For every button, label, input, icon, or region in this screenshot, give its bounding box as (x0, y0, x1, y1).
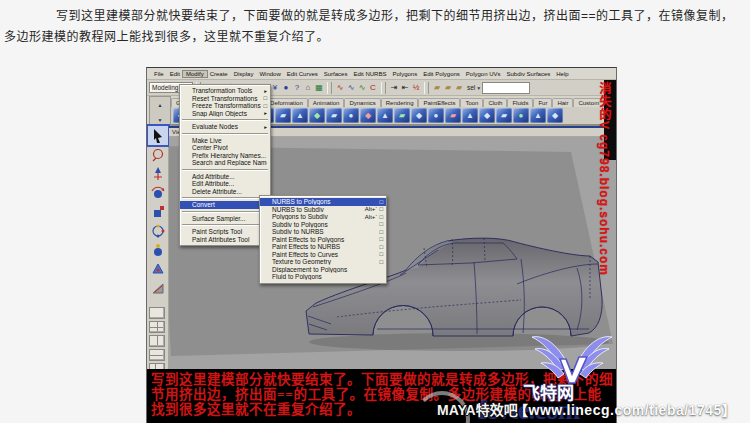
menu-file[interactable]: File (151, 71, 167, 77)
shelf-tab-up-icon[interactable]: ▲ (158, 102, 163, 108)
shelf-tab-down-icon[interactable]: ▼ (158, 117, 163, 123)
menu-item-convert[interactable]: Convert▸ (180, 201, 270, 209)
option-box-icon[interactable]: □ (379, 214, 383, 220)
universal-manipulator-tool[interactable] (148, 221, 168, 240)
shelf-item-icon[interactable] (326, 108, 342, 123)
shelf-item-icon[interactable] (394, 108, 410, 123)
menu-subdiv-surfaces[interactable]: Subdiv Surfaces (504, 71, 554, 77)
shelf-item-icon[interactable] (377, 108, 393, 123)
select-point-icon[interactable]: ● (281, 81, 291, 95)
render-globals-icon[interactable]: ▰ (454, 81, 464, 95)
submenu-item-nurbs-to-polygons[interactable]: NURBS to Polygons□ (260, 198, 386, 206)
layout-single-pane-button[interactable] (149, 307, 165, 319)
menu-edit-curves[interactable]: Edit Curves (284, 71, 321, 77)
quick-selection-mode[interactable]: sel ▼ (467, 84, 481, 91)
menu-item-paint-scripts-tool[interactable]: Paint Scripts Tool (180, 228, 270, 236)
lasso-tool[interactable] (148, 145, 168, 164)
render-view-icon[interactable]: ▰ (432, 81, 442, 95)
shelf-tab-hair[interactable]: Hair (552, 98, 573, 107)
shelf-item-icon[interactable] (513, 108, 529, 123)
shelf-tab-rendering[interactable]: Rendering (381, 98, 419, 107)
select-help-icon[interactable]: ? (292, 81, 302, 95)
shelf-item-icon[interactable] (479, 108, 495, 123)
menu-item-reset-transformations[interactable]: Reset Transformations□ (180, 95, 270, 103)
submenu-item-paint-effects-to-nurbs[interactable]: Paint Effects to NURBS□ (260, 243, 386, 251)
submenu-item-texture-to-geometry[interactable]: Texture to Geometry□ (260, 258, 386, 266)
option-box-icon[interactable]: □ (379, 259, 383, 265)
shelf-item-icon[interactable] (309, 108, 325, 123)
menu-help[interactable]: Help (553, 71, 571, 77)
submenu-item-paint-effects-to-polygons[interactable]: Paint Effects to Polygons□ (260, 236, 386, 244)
submenu-item-displacement-to-polygons[interactable]: Displacement to Polygons (260, 266, 386, 274)
menu-edit[interactable]: Edit (167, 71, 183, 77)
shelf-tab-painteffects[interactable]: PaintEffects (418, 98, 460, 107)
snap-to-curves-icon[interactable]: ∿ (346, 81, 356, 95)
submenu-item-fluid-to-polygons[interactable]: Fluid to Polygons (260, 273, 386, 281)
submenu-item-subdiv-to-polygons[interactable]: Subdiv to Polygons□ (260, 221, 386, 229)
show-manipulator-tool[interactable] (148, 259, 168, 278)
submenu-item-subdiv-to-nurbs[interactable]: Subdiv to NURBS□ (260, 228, 386, 236)
submenu-item-polygons-to-subdiv[interactable]: Polygons to SubdivAlt+`□ (260, 213, 386, 221)
snap-to-view-planes-icon[interactable]: C (368, 81, 378, 95)
shelf-tab-animation[interactable]: Animation (308, 98, 345, 107)
menu-item-snap-align-objects[interactable]: Snap Align Objects▸ (180, 110, 270, 118)
menu-edit-polygons[interactable]: Edit Polygons (420, 71, 463, 77)
rotate-tool[interactable] (148, 183, 168, 202)
shelf-item-icon[interactable] (496, 108, 512, 123)
layout-two-pane-side-button[interactable] (149, 335, 165, 347)
menu-item-prefix-hierarchy-names[interactable]: Prefix Hierarchy Names... (180, 152, 270, 160)
shelf-tab-cloth[interactable]: Cloth (483, 98, 507, 107)
lock-icon[interactable]: ⌂ (303, 81, 313, 95)
quick-select-input[interactable] (482, 82, 530, 94)
input-connections-icon[interactable]: ⇥ (389, 81, 399, 95)
menu-modify[interactable]: Modify (183, 71, 207, 77)
scale-tool[interactable] (148, 202, 168, 221)
snap-to-grids-icon[interactable]: ∿ (335, 81, 345, 95)
option-box-icon[interactable]: □ (379, 199, 383, 205)
menu-surfaces[interactable]: Surfaces (321, 71, 351, 77)
menu-item-make-live[interactable]: Make Live (180, 137, 270, 145)
menu-window[interactable]: Window (256, 71, 283, 77)
shelf-item-icon[interactable] (360, 108, 376, 123)
menu-item-delete-attribute[interactable]: Delete Attribute... (180, 188, 270, 196)
shelf-item-icon[interactable] (275, 108, 291, 123)
shelf-item-icon[interactable] (411, 108, 427, 123)
move-tool[interactable] (148, 164, 168, 183)
menu-item-freeze-transformations[interactable]: Freeze Transformations□ (180, 102, 270, 110)
option-box-icon[interactable]: □ (379, 251, 383, 257)
toolbar-grip[interactable] (424, 82, 429, 94)
shelf-tab-dynamics[interactable]: Dynamics (344, 98, 380, 107)
shelf-item-icon[interactable] (530, 108, 546, 123)
highlight-icon[interactable]: ▦ (314, 81, 324, 95)
ipr-render-icon[interactable]: ▰ (443, 81, 453, 95)
menu-item-center-pivot[interactable]: Center Pivot (180, 144, 270, 152)
snap-to-points-icon[interactable]: ∿ (357, 81, 367, 95)
last-tool-used[interactable] (148, 278, 168, 297)
option-box-icon[interactable]: □ (379, 229, 383, 235)
select-tool[interactable] (148, 126, 168, 145)
soft-modification-tool[interactable] (148, 240, 168, 259)
toolbar-grip[interactable] (327, 82, 332, 94)
shelf-item-icon[interactable] (462, 108, 478, 123)
menu-edit-nurbs[interactable]: Edit NURBS (350, 71, 389, 77)
shelf-item-icon[interactable] (547, 108, 563, 123)
select-mask-icon[interactable]: ¥ (270, 81, 280, 95)
menu-item-surface-sampler[interactable]: Surface Sampler... (180, 215, 270, 223)
construction-history-icon[interactable]: ½ (411, 81, 421, 95)
shelf-tab-deformation[interactable]: Deformation (265, 98, 308, 107)
menu-item-edit-attribute[interactable]: Edit Attribute... (180, 180, 270, 188)
menu-create[interactable]: Create (207, 71, 231, 77)
shelf-tab-fur[interactable]: Fur (533, 98, 552, 107)
menu-item-add-attribute[interactable]: Add Attribute... (180, 173, 270, 181)
output-connections-icon[interactable]: ⇤ (400, 81, 410, 95)
menu-polygons[interactable]: Polygons (389, 71, 420, 77)
shelf-item-icon[interactable] (292, 108, 308, 123)
option-box-icon[interactable]: □ (263, 95, 267, 101)
shelf-tab-fluids[interactable]: Fluids (507, 98, 533, 107)
option-box-icon[interactable]: □ (379, 244, 383, 250)
submenu-item-paint-effects-to-curves[interactable]: Paint Effects to Curves□ (260, 251, 386, 259)
submenu-item-nurbs-to-subdiv[interactable]: NURBS to SubdivAlt+`□ (260, 206, 386, 214)
menu-item-paint-attributes-tool[interactable]: Paint Attributes Tool (180, 236, 270, 244)
toolbar-grip[interactable] (381, 82, 386, 94)
option-box-icon[interactable]: □ (379, 236, 383, 242)
